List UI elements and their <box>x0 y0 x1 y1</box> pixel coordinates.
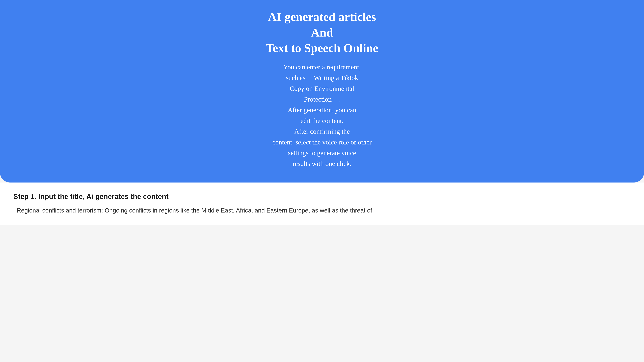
desc-line3: Copy on Environmental <box>290 85 354 92</box>
step1-content: Regional conflicts and terrorism: Ongoin… <box>14 206 630 215</box>
desc-line8: content. select the voice role or other <box>272 138 372 146</box>
hero-title-line2: And <box>3 26 641 39</box>
hero-title-line1: AI generated articles <box>3 10 641 24</box>
desc-line9: settings to generate voice <box>288 149 356 157</box>
desc-line1: You can enter a requirement, <box>283 63 360 71</box>
desc-line10: results with one click. <box>292 160 351 167</box>
desc-line7: After confirming the <box>294 128 350 135</box>
desc-line2: such as 「Writing a Tiktok <box>286 74 358 82</box>
hero-description: You can enter a requirement, such as 「Wr… <box>246 62 398 169</box>
desc-line4: Protection」. <box>304 95 340 103</box>
hero-title-line3: Text to Speech Online <box>3 41 641 55</box>
hero-section: AI generated articles And Text to Speech… <box>0 0 644 183</box>
desc-line5: After generation, you can <box>288 106 356 114</box>
step1-title: Step 1. Input the title, Ai generates th… <box>14 193 630 201</box>
desc-line6: edit the content. <box>300 117 344 124</box>
main-content: Step 1. Input the title, Ai generates th… <box>0 183 644 225</box>
